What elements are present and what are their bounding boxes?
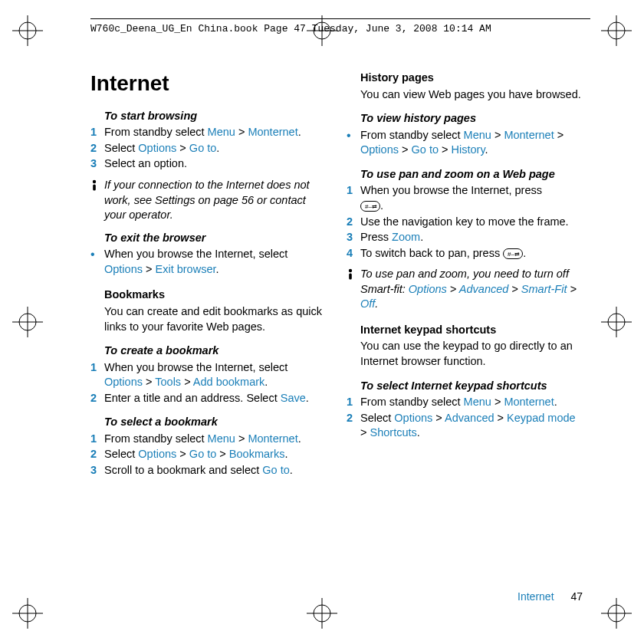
paragraph: You can view Web pages you have browsed.	[347, 87, 584, 103]
step-text: Select an option.	[104, 156, 328, 172]
step-number: 1	[90, 432, 104, 447]
step-number: 2	[347, 215, 360, 230]
svg-point-6	[19, 605, 36, 622]
crop-mark-icon	[601, 598, 632, 629]
step-number: 2	[90, 141, 104, 156]
step: 3 Select an option.	[90, 156, 328, 172]
step-number: 1	[347, 395, 360, 410]
section-history: History pages	[347, 71, 584, 86]
note-text: To use pan and zoom, you need to turn of…	[360, 267, 584, 312]
step-text: From standby select Menu > Monternet.	[104, 125, 328, 140]
page-title: Internet	[90, 69, 328, 98]
step-text: Use the navigation key to move the frame…	[360, 215, 584, 230]
subhead-exit-browser: To exit the browser	[90, 231, 328, 246]
step-text: Select Options > Go to > Bookmarks.	[104, 447, 328, 462]
crop-mark-icon	[601, 307, 632, 337]
step-number: 2	[90, 391, 104, 406]
step: 1 From standby select Menu > Monternet.	[347, 395, 584, 410]
subhead-pan-zoom: To use pan and zoom on a Web page	[347, 167, 584, 182]
note-text: If your connection to the Internet does …	[104, 178, 328, 223]
svg-point-12	[19, 314, 36, 330]
page-content: Internet To start browsing 1 From standb…	[90, 66, 584, 479]
svg-point-0	[19, 22, 36, 39]
step-text: From standby select Menu > Monternet.	[360, 395, 584, 410]
step: 3 Scroll to a bookmark and select Go to.	[90, 463, 328, 478]
crop-mark-icon	[307, 598, 337, 629]
step-number: 3	[347, 230, 360, 245]
crop-mark-icon	[12, 15, 43, 46]
paragraph: You can create and edit bookmarks as qui…	[90, 304, 328, 334]
svg-text:#–⇄: #–⇄	[365, 203, 377, 210]
step: 1 From standby select Menu > Monternet.	[90, 125, 328, 140]
step-number: 4	[347, 246, 360, 261]
footer-category: Internet	[518, 590, 554, 603]
step-number: 1	[90, 360, 104, 390]
step-number: 2	[90, 447, 104, 462]
document-header: W760c_Deena_UG_En China.book Page 47 Tue…	[90, 22, 491, 36]
step-text: When you browse the Internet, select Opt…	[104, 360, 328, 390]
svg-point-21	[314, 605, 330, 622]
step: 2 Enter a title and an address. Select S…	[90, 391, 328, 406]
step: 2 Select Options > Advanced > Keypad mod…	[347, 411, 584, 441]
subhead-select-keypad-shortcuts: To select Internet keypad shortcuts	[347, 379, 584, 394]
step-text: When you browse the Internet, press #–⇄.	[360, 183, 584, 213]
step-text: Press Zoom.	[360, 230, 584, 245]
step: 2 Use the navigation key to move the fra…	[347, 215, 584, 230]
info-icon	[347, 267, 360, 312]
step: 2 Select Options > Go to.	[90, 141, 328, 156]
step-number: 3	[90, 463, 104, 478]
step: 1 From standby select Menu > Monternet.	[90, 432, 328, 447]
step: 4 To switch back to pan, press #–⇄.	[347, 246, 584, 261]
step: 3 Press Zoom.	[347, 230, 584, 245]
step: 1 When you browse the Internet, press #–…	[347, 183, 584, 213]
paragraph: You can use the keypad to go directly to…	[347, 339, 584, 369]
bullet-text: When you browse the Internet, select Opt…	[104, 247, 328, 277]
step-text: Select Options > Go to.	[104, 141, 328, 156]
svg-text:#–⇄: #–⇄	[508, 251, 520, 258]
svg-rect-25	[93, 185, 96, 191]
step-number: 1	[90, 125, 104, 140]
bullet-item: • When you browse the Internet, select O…	[90, 247, 328, 277]
crop-mark-icon	[601, 15, 632, 46]
left-column: Internet To start browsing 1 From standb…	[90, 66, 328, 479]
crop-mark-icon	[12, 598, 43, 629]
step-text: From standby select Menu > Monternet.	[104, 432, 328, 447]
subhead-view-history: To view history pages	[347, 111, 584, 127]
subhead-start-browsing: To start browsing	[90, 109, 328, 124]
header-rule	[90, 18, 590, 19]
step-text: Select Options > Advanced > Keypad mode …	[360, 411, 584, 441]
info-icon	[90, 178, 104, 223]
svg-rect-31	[349, 274, 352, 280]
right-column: History pages You can view Web pages you…	[347, 66, 584, 479]
subhead-create-bookmark: To create a bookmark	[90, 343, 328, 359]
step-number: 2	[347, 411, 360, 441]
hash-key-icon: #–⇄	[360, 201, 380, 212]
page-footer: Internet 47	[518, 590, 583, 604]
svg-point-9	[608, 605, 625, 622]
svg-point-24	[93, 180, 96, 183]
step-number: 1	[347, 183, 360, 213]
bullet-item: • From standby select Menu > Monternet >…	[347, 128, 584, 158]
footer-page-number: 47	[570, 590, 583, 603]
step-text: Scroll to a bookmark and select Go to.	[104, 463, 328, 478]
note: If your connection to the Internet does …	[90, 178, 328, 223]
bullet-text: From standby select Menu > Monternet > O…	[360, 128, 584, 158]
bullet-dot: •	[347, 128, 360, 158]
section-bookmarks: Bookmarks	[90, 288, 328, 303]
hash-key-icon: #–⇄	[503, 248, 523, 259]
step-text: Enter a title and an address. Select Sav…	[104, 391, 328, 406]
step: 2 Select Options > Go to > Bookmarks.	[90, 447, 328, 462]
step-number: 3	[90, 156, 104, 172]
svg-point-30	[349, 269, 352, 272]
svg-point-15	[608, 314, 625, 330]
crop-mark-icon	[12, 307, 43, 337]
step-text: To switch back to pan, press #–⇄.	[360, 246, 584, 261]
step: 1 When you browse the Internet, select O…	[90, 360, 328, 390]
section-keypad-shortcuts: Internet keypad shortcuts	[347, 323, 584, 338]
svg-point-3	[608, 22, 625, 39]
bullet-dot: •	[90, 247, 104, 277]
subhead-select-bookmark: To select a bookmark	[90, 415, 328, 430]
note: To use pan and zoom, you need to turn of…	[347, 267, 584, 312]
